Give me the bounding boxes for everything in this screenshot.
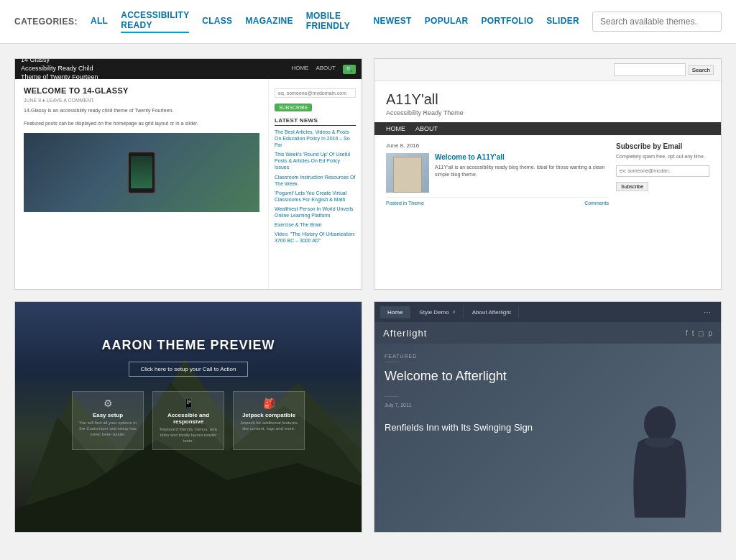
a11y-post-title[interactable]: Welcome to A11Y'all bbox=[435, 153, 609, 161]
afterlight-chevron-icon: ∨ bbox=[452, 309, 456, 315]
a11y-sidebar: Subscribe by Email Completely spam free,… bbox=[616, 142, 709, 206]
theme-card-afterlight[interactable]: Home Style Demo ∨ About Afterlight ··· A… bbox=[374, 301, 722, 533]
categories-label: CATEGORIES: bbox=[14, 17, 78, 27]
cat-mobile-friendly[interactable]: MOBILE FRIENDLY bbox=[306, 11, 361, 32]
a11y-posted-in: Posted in Theme bbox=[386, 201, 424, 206]
afterlight-dash-2 bbox=[385, 396, 399, 397]
afterlight-social-icons: f t ◻ p bbox=[686, 329, 712, 337]
a11y-site-title: A11Y'all bbox=[386, 91, 709, 108]
cat-all[interactable]: ALL bbox=[91, 16, 108, 27]
glassy-nav: HOME ABOUT 🔍 bbox=[291, 65, 356, 74]
glassy-byline: JUNE 8 ♦ LEAVE A COMMENT bbox=[24, 98, 259, 103]
aaron-preview: AARON THEME PREVIEW · PARENT PAGE · 🔍 AA… bbox=[15, 302, 362, 532]
glassy-topbar-info: 14 Glassy Accessibility Ready Child Them… bbox=[21, 59, 98, 82]
afterlight-secondary-title: Renfields Inn with Its Swinging Sign bbox=[385, 422, 711, 434]
a11y-subscribe-button[interactable]: Subscribe bbox=[616, 182, 648, 191]
glassy-desc-2: Featured posts can be displayed on the h… bbox=[24, 120, 259, 127]
aaron-main-title: AARON THEME PREVIEW bbox=[101, 338, 275, 353]
glassy-post-title: WELCOME TO 14-GLASSY bbox=[24, 86, 259, 95]
cat-class[interactable]: CLASS bbox=[202, 16, 232, 27]
afterlight-site-name: Afterlight bbox=[383, 328, 427, 339]
a11y-post: June 8, 2016 Welcome to A11Y'all A11Y'al… bbox=[386, 142, 609, 206]
glassy-news-4[interactable]: 'Pogumt' Lets You Create Virtual Classro… bbox=[275, 190, 356, 203]
glassy-subscribe-button[interactable]: SUBSCRIBE bbox=[275, 104, 312, 111]
glassy-device-icon bbox=[127, 151, 156, 194]
glassy-search-icon: 🔍 bbox=[343, 65, 356, 74]
a11y-post-date: June 8, 2016 bbox=[386, 142, 609, 149]
a11y-nav-home[interactable]: HOME bbox=[386, 125, 405, 132]
afterlight-tab-about[interactable]: About Afterlight bbox=[465, 306, 519, 318]
afterlight-dash bbox=[385, 362, 399, 362]
theme-card-14glassy[interactable]: 14 Glassy Accessibility Ready Child Them… bbox=[14, 58, 362, 290]
theme-search-input[interactable] bbox=[592, 12, 722, 32]
glassy-news-3[interactable]: Classroom Instruction Resources Of The W… bbox=[275, 174, 356, 187]
glassy-news-2[interactable]: This Week's 'Round Up' Of Useful Posts &… bbox=[275, 151, 356, 170]
aaron-feature-jetpack: 🎒 Jetpack compatible Jetpack for additio… bbox=[233, 391, 305, 450]
aaron-feature-3-title: Jetpack compatible bbox=[239, 412, 298, 418]
afterlight-tab-style-demo[interactable]: Style Demo ∨ bbox=[412, 306, 463, 318]
theme-card-a11y[interactable]: Search A11Y'all Accessibility Ready Them… bbox=[374, 58, 722, 290]
cat-popular[interactable]: POPULAR bbox=[425, 16, 469, 27]
a11y-building-icon bbox=[393, 157, 422, 193]
theme-search-box bbox=[592, 12, 722, 32]
afterlight-topbar: Home Style Demo ∨ About Afterlight ··· bbox=[374, 302, 721, 322]
cat-newest[interactable]: NEWEST bbox=[374, 16, 412, 27]
afterlight-tab-dots[interactable]: ··· bbox=[699, 307, 715, 317]
aaron-features: ⚙ Easy setup You will find all your opti… bbox=[72, 391, 305, 450]
glassy-news-1[interactable]: The Best Articles, Videos & Posts On Edu… bbox=[275, 129, 356, 148]
glassy-body: WELCOME TO 14-GLASSY JUNE 8 ♦ LEAVE A CO… bbox=[15, 79, 362, 289]
aaron-feature-1-title: Easy setup bbox=[78, 412, 137, 418]
glassy-news-6[interactable]: Exercise & The Brain bbox=[275, 221, 356, 228]
glassy-email-input[interactable] bbox=[275, 88, 356, 98]
afterlight-facebook-icon[interactable]: f bbox=[686, 329, 688, 337]
cat-accessibility-ready[interactable]: ACCESSIBILITY READY bbox=[121, 10, 189, 33]
a11y-post-footer: Posted in Theme Comments bbox=[386, 197, 609, 206]
a11y-site-tagline: Accessibility Ready Theme bbox=[386, 109, 709, 116]
aaron-gear-icon: ⚙ bbox=[78, 398, 137, 409]
aaron-feature-2-title: Accessible and responsive bbox=[159, 412, 218, 425]
aaron-feature-3-desc: Jetpack for additional features like con… bbox=[239, 421, 298, 432]
afterlight-twitter-icon[interactable]: t bbox=[692, 329, 694, 337]
cat-magazine[interactable]: MAGAZINE bbox=[245, 16, 293, 27]
afterlight-body-area: Featured Welcome to Afterlight July 7, 2… bbox=[374, 344, 721, 532]
glassy-news-5[interactable]: Wealthiest Person In World Unveils Onlin… bbox=[275, 206, 356, 219]
a11y-nav: HOME ABOUT bbox=[374, 122, 721, 135]
afterlight-text-content: Featured Welcome to Afterlight July 7, 2… bbox=[374, 344, 721, 444]
a11y-theme-link[interactable]: Theme bbox=[408, 201, 424, 206]
cat-slider[interactable]: SLIDER bbox=[546, 16, 579, 27]
afterlight-pinterest-icon[interactable]: p bbox=[708, 329, 712, 337]
afterlight-nav-bar: Afterlight f t ◻ p bbox=[374, 322, 721, 344]
a11y-post-desc: A11Y'all is an accessibility ready blog … bbox=[435, 164, 609, 178]
glassy-sidebar-title: LATEST NEWS bbox=[275, 117, 356, 126]
aaron-feature-2-desc: Keyboard friendly menus, aria titles and… bbox=[159, 427, 218, 444]
a11y-email-input[interactable] bbox=[616, 165, 709, 177]
afterlight-tab-home[interactable]: Home bbox=[380, 306, 410, 318]
glassy-preview: 14 Glassy Accessibility Ready Child Them… bbox=[15, 59, 362, 289]
a11y-search-button[interactable]: Search bbox=[689, 65, 714, 75]
afterlight-secondary-date: July 7, 2011 bbox=[385, 403, 711, 408]
aaron-feature-easy-setup: ⚙ Easy setup You will find all your opti… bbox=[72, 391, 144, 450]
glassy-topbar: 14 Glassy Accessibility Ready Child Them… bbox=[15, 59, 362, 79]
aaron-feature-1-desc: You will find all your options in the Cu… bbox=[78, 421, 137, 437]
a11y-header: A11Y'all Accessibility Ready Theme bbox=[374, 81, 721, 122]
glassy-news-7[interactable]: Video: "The History Of Urbanization: 370… bbox=[275, 231, 356, 244]
a11y-subscribe-title: Subscribe by Email bbox=[616, 142, 709, 150]
cat-portfolio[interactable]: PORTFOLIO bbox=[481, 16, 533, 27]
glassy-main: WELCOME TO 14-GLASSY JUNE 8 ♦ LEAVE A CO… bbox=[15, 79, 268, 289]
afterlight-instagram-icon[interactable]: ◻ bbox=[698, 329, 704, 337]
a11y-comments-link[interactable]: Comments bbox=[584, 201, 609, 206]
afterlight-featured-label: Featured bbox=[385, 354, 711, 359]
a11y-post-thumbnail bbox=[386, 153, 429, 193]
aaron-phone-icon: 📱 bbox=[159, 398, 218, 409]
a11y-search-input[interactable] bbox=[614, 63, 686, 76]
aaron-cta-button[interactable]: Click here to setup your Call to Action bbox=[129, 362, 249, 377]
theme-card-aaron[interactable]: AARON THEME PREVIEW · PARENT PAGE · 🔍 AA… bbox=[14, 301, 362, 533]
glassy-sidebar: SUBSCRIBE LATEST NEWS The Best Articles,… bbox=[268, 79, 362, 289]
a11y-search-row: Search bbox=[614, 63, 714, 76]
a11y-topbar: Search bbox=[374, 59, 721, 81]
afterlight-preview: Home Style Demo ∨ About Afterlight ··· A… bbox=[374, 302, 721, 532]
afterlight-main-title: Welcome to Afterlight bbox=[385, 368, 711, 385]
a11y-nav-about[interactable]: ABOUT bbox=[415, 125, 438, 132]
a11y-post-inner: Welcome to A11Y'all A11Y'all is an acces… bbox=[386, 153, 609, 193]
glassy-desc-1: 14-Glassy is an accessibility ready chil… bbox=[24, 107, 259, 114]
